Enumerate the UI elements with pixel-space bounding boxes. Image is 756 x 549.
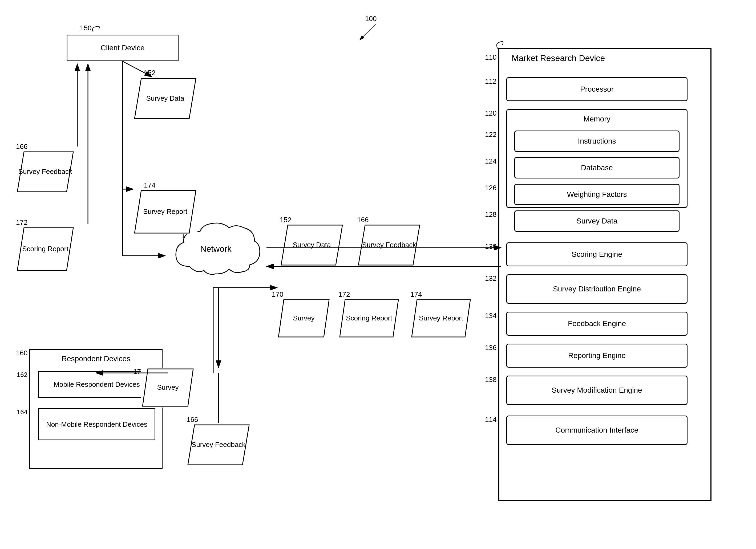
memory-ref: 120	[485, 109, 496, 118]
survey-data-top-para: Survey Data	[133, 77, 197, 120]
weighting-factors-ref: 126	[485, 184, 496, 192]
scoring-report-client-para: Scoring Report	[16, 227, 75, 272]
respondent-devices-ref: 160	[16, 349, 27, 357]
reporting-engine-ref: 136	[485, 343, 496, 352]
survey-data-mid-ref: 152	[280, 216, 291, 224]
nonmobile-box: Non-Mobile Respondent Devices	[38, 408, 155, 440]
comm-interface-box: Communication Interface	[506, 415, 688, 445]
scoring-report-mid-ref: 172	[338, 290, 350, 298]
survey-dist-box: Survey Distribution Engine	[506, 274, 688, 304]
weighting-factors-box: Weighting Factors	[514, 184, 680, 205]
survey-report-mid-para: Survey Report	[410, 298, 472, 338]
scoring-engine-ref: 130	[485, 243, 496, 251]
instructions-ref: 122	[485, 131, 496, 139]
market-research-ref: 110	[485, 53, 496, 62]
svg-text:Network: Network	[200, 244, 232, 254]
survey-mod-box: Survey Modification Engine	[506, 375, 688, 405]
comm-interface-ref: 114	[485, 415, 496, 424]
database-ref: 124	[485, 157, 496, 166]
client-device-ref: 150	[80, 24, 91, 32]
mobile-ref: 162	[17, 371, 27, 378]
svg-line-14	[360, 24, 376, 40]
scoring-report-client-ref: 172	[16, 219, 27, 227]
survey-data-top-ref: 152	[144, 69, 155, 77]
processor-box: Processor	[506, 77, 688, 101]
scoring-engine-box: Scoring Engine	[506, 243, 688, 267]
survey-feedback-mid-para: Survey Feedback	[357, 224, 421, 267]
client-device-box: Client Device	[67, 35, 179, 61]
survey-dist-ref: 132	[485, 274, 496, 282]
survey-mod-ref: 138	[485, 375, 496, 384]
survey-feedback-client-para: Survey Feedback	[16, 151, 75, 193]
reporting-engine-box: Reporting Engine	[506, 343, 688, 367]
nonmobile-ref: 164	[17, 408, 27, 416]
survey-report-mid-ref: 174	[410, 290, 422, 298]
survey-mid-para: Survey	[277, 298, 330, 338]
survey-mid-ref: 170	[272, 290, 283, 298]
diagram: 100 150 Client Device 110 Market Researc…	[0, 0, 756, 549]
processor-ref: 112	[485, 77, 496, 86]
survey-feedback-client-ref: 166	[16, 143, 27, 151]
survey-feedback-mid-ref: 166	[357, 216, 369, 224]
survey-data-mem-box: Survey Data	[514, 211, 680, 232]
survey-report-client-ref: 174	[144, 181, 155, 190]
instructions-box: Instructions	[514, 131, 680, 152]
survey-feedback-bot-para: Survey Feedback	[187, 423, 250, 466]
survey-data-mid-para: Survey Data	[280, 224, 344, 267]
survey-bot-para: Survey	[141, 367, 195, 407]
market-research-title: Market Research Device	[512, 53, 605, 63]
respondent-devices-box: Respondent Devices 162 Mobile Respondent…	[29, 349, 163, 469]
main-ref-label: 100	[365, 15, 377, 23]
survey-data-mem-ref: 128	[485, 211, 496, 219]
feedback-engine-ref: 134	[485, 312, 496, 320]
feedback-engine-box: Feedback Engine	[506, 312, 688, 336]
survey-report-client-para: Survey Report	[133, 189, 197, 235]
survey-feedback-bot-ref: 166	[187, 415, 198, 424]
database-box: Database	[514, 157, 680, 179]
scoring-report-mid-para: Scoring Report	[338, 298, 400, 338]
